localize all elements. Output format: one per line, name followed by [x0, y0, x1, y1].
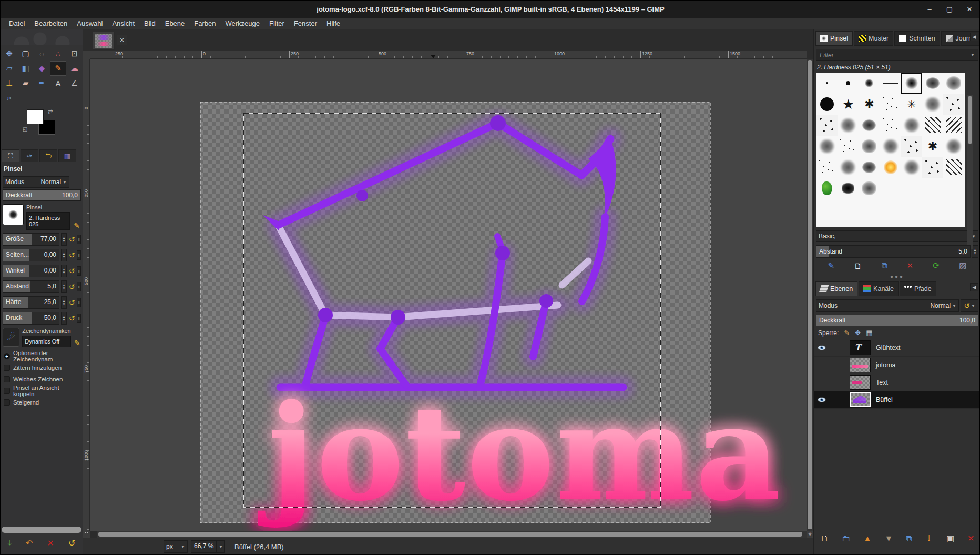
dynamics-name-field[interactable]: Dynamics Off — [22, 336, 70, 347]
tab-ebenen[interactable]: Ebenen — [815, 281, 858, 296]
layer-thumbnail[interactable] — [850, 340, 871, 355]
tab-tool-options[interactable]: ⛶ — [2, 149, 19, 162]
brush-thumbnail[interactable] — [3, 204, 24, 225]
delete-tool-preset-button[interactable]: ✕ — [47, 538, 54, 548]
swap-colors-icon[interactable]: ⇄ — [48, 108, 53, 115]
new-brush-button[interactable]: 🗋 — [854, 261, 862, 270]
brush-swatch[interactable] — [901, 157, 922, 178]
dynamics-options-expander[interactable]: + Optionen der Zeichendynam — [4, 350, 80, 362]
brush-swatch[interactable]: ✱ — [922, 136, 943, 157]
tool-option-slider[interactable]: Seiten... 0,00 — [3, 249, 59, 261]
brush-swatch[interactable] — [922, 115, 943, 136]
brush-swatch[interactable] — [816, 136, 838, 157]
link-toggle-icon[interactable]: ‖ — [77, 266, 81, 276]
brush-swatch[interactable] — [922, 157, 943, 178]
link-toggle-icon[interactable]: ‖ — [77, 250, 81, 260]
spinner[interactable]: ▲▼ — [61, 249, 67, 261]
open-brush-as-image-button[interactable]: ▨ — [959, 261, 966, 270]
dock-menu-button[interactable]: ◀ — [970, 283, 978, 291]
brush-swatch[interactable]: ✱ — [859, 94, 880, 115]
new-layer-button[interactable]: 🗋 — [820, 534, 829, 543]
crop-tool[interactable]: ⊡ — [66, 46, 83, 61]
titlebar[interactable]: jotoma-logo.xcf-8.0 (RGB-Farben 8-Bit-Ga… — [1, 1, 980, 18]
brush-swatch[interactable] — [880, 157, 901, 178]
layer-row[interactable]: Text — [814, 374, 980, 391]
tab-undo-history[interactable]: ⮌ — [39, 149, 57, 162]
layer-visibility-eye-icon[interactable] — [814, 397, 830, 402]
dock-menu-button[interactable]: ◀ — [970, 33, 978, 41]
delete-brush-button[interactable]: ✕ — [907, 261, 914, 270]
brush-filter-input[interactable]: Filter ▼ — [816, 49, 978, 61]
ruler-corner[interactable] — [83, 51, 90, 59]
bucket-fill-tool[interactable]: ◧ — [17, 61, 34, 76]
brush-swatch[interactable] — [816, 73, 838, 94]
merge-down-button[interactable]: ⭳ — [925, 534, 933, 543]
menu-item[interactable]: Farben — [190, 18, 220, 28]
layer-name[interactable]: Glühtext — [876, 344, 901, 351]
tab-kanäle[interactable]: Kanäle — [859, 281, 899, 296]
layer-opacity-slider[interactable]: Deckkraft 100,0 — [816, 315, 978, 326]
brush-swatch[interactable] — [943, 73, 964, 94]
brush-swatch[interactable] — [880, 178, 901, 199]
menu-item[interactable]: Filter — [265, 18, 289, 28]
paintbrush-tool[interactable]: ✎ — [50, 61, 66, 76]
opacity-slider[interactable]: Deckkraft 100,0 — [3, 189, 81, 201]
minimize-button[interactable]: – — [924, 4, 935, 15]
duplicate-brush-button[interactable]: ⧉ — [882, 261, 887, 270]
tab-schriften[interactable]: Schriften — [894, 31, 940, 46]
brush-swatch[interactable] — [859, 73, 880, 94]
brush-swatch[interactable] — [901, 136, 922, 157]
lock-position-icon[interactable]: ✥ — [855, 329, 861, 337]
unit-select[interactable]: px ▼ — [164, 540, 188, 553]
transform-tool[interactable]: ▱ — [1, 61, 17, 76]
brush-group-select[interactable]: Basic, ▼ — [816, 230, 978, 242]
image-tab-close-button[interactable]: ✕ — [117, 35, 127, 45]
layer-thumbnail[interactable] — [850, 392, 871, 407]
close-button[interactable]: ✕ — [964, 4, 975, 15]
brush-swatch[interactable] — [880, 73, 901, 94]
reset-icon[interactable]: ↺ — [68, 298, 75, 307]
lock-alpha-icon[interactable]: ▦ — [866, 329, 872, 337]
link-toggle-icon[interactable]: ‖ — [77, 235, 81, 244]
brush-swatch[interactable]: ★ — [838, 94, 859, 115]
layer-visibility-eye-icon[interactable] — [814, 362, 830, 368]
layer-name[interactable]: Büffel — [876, 396, 893, 403]
layer-thumbnail[interactable] — [850, 358, 871, 372]
smudge-tool[interactable]: ☁ — [66, 61, 83, 76]
layer-mode-select[interactable]: Modus Normal▼ — [816, 299, 959, 312]
tool-options-scrollbar[interactable] — [2, 527, 81, 533]
edit-brush-button[interactable]: ✎ — [828, 261, 835, 270]
paint-mode-select[interactable]: Modus Normal▼ — [3, 176, 69, 188]
refresh-brushes-button[interactable]: ⟳ — [933, 261, 940, 270]
tab-image-thumbnail[interactable]: ▦ — [58, 149, 76, 162]
brush-swatch[interactable] — [943, 157, 964, 178]
measure-tool[interactable]: ∠ — [66, 76, 83, 90]
text-tool[interactable]: A — [50, 76, 66, 90]
reset-icon[interactable]: ↺ — [68, 282, 75, 291]
checkbox[interactable] — [4, 376, 10, 382]
layer-row[interactable]: jotoma — [814, 357, 980, 374]
brush-swatch[interactable] — [838, 136, 859, 157]
brush-swatch[interactable] — [943, 115, 964, 136]
brush-swatch[interactable] — [838, 178, 859, 199]
brush-swatch[interactable] — [922, 73, 943, 94]
reset-icon[interactable]: ↺ — [68, 267, 75, 275]
tool-option-slider[interactable]: Größe 77,00 — [3, 233, 59, 246]
raise-layer-button[interactable]: ▲ — [863, 534, 872, 543]
gradient-tool[interactable]: ◆ — [34, 61, 50, 76]
tool-option-slider[interactable]: Abstand 5,0 — [3, 280, 59, 293]
delete-layer-button[interactable]: ✕ — [967, 533, 974, 543]
brush-swatch[interactable] — [816, 178, 838, 199]
tab-pfade[interactable]: Pfade — [900, 281, 936, 296]
edit-dynamics-icon[interactable]: ✎ — [74, 339, 81, 347]
link-toggle-icon[interactable]: ‖ — [77, 282, 81, 291]
brush-swatch[interactable] — [922, 178, 943, 199]
horizontal-ruler[interactable]: 2500250500750100012501500 — [90, 51, 807, 59]
brush-swatch[interactable] — [859, 115, 880, 136]
tab-device-status[interactable]: ✑ — [21, 149, 38, 162]
menu-item[interactable]: Datei — [5, 18, 29, 28]
spinner[interactable]: ▲▼ — [61, 312, 67, 325]
menu-item[interactable]: Bearbeiten — [30, 18, 72, 28]
dynamics-thumbnail[interactable]: ☄ — [3, 328, 19, 347]
brush-swatch[interactable] — [859, 136, 880, 157]
